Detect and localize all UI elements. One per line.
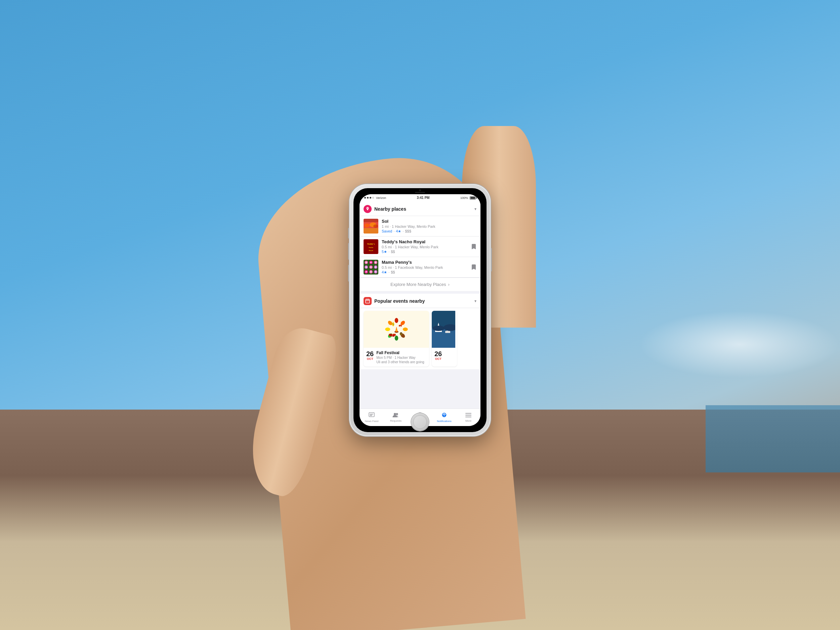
nearby-chevron[interactable]: ▾ — [474, 207, 477, 212]
explore-more-arrow: › — [448, 282, 450, 287]
mama-name: Mama Penny's — [382, 260, 468, 265]
battery-percentage: 100% — [460, 196, 468, 200]
screen: Verizon 3:41 PM 100% — [360, 194, 480, 426]
svg-rect-31 — [368, 299, 369, 300]
camera-dot — [419, 189, 421, 191]
battery-icon — [470, 196, 476, 200]
notch-area — [415, 188, 425, 193]
mama-info: Mama Penny's 0.5 mi · 1 Facebook Way, Me… — [382, 260, 468, 275]
mama-price: $$ — [391, 270, 395, 274]
home-button[interactable] — [411, 413, 429, 431]
second-event-month: OCT — [435, 357, 442, 360]
explore-more-label: Explore More Nearby Places — [390, 282, 446, 287]
events-section: Popular events nearby ▾ — [360, 294, 480, 369]
svg-rect-48 — [392, 335, 395, 336]
svg-rect-78 — [465, 415, 471, 415]
events-section-title: Popular events nearby — [374, 298, 472, 304]
svg-point-64 — [433, 325, 445, 331]
sol-thumbnail — [363, 219, 378, 234]
mama-thumbnail — [363, 260, 378, 275]
events-chevron[interactable]: ▾ — [474, 299, 477, 303]
battery-fill — [471, 197, 475, 199]
svg-point-24 — [370, 267, 372, 268]
second-event-card-partial[interactable]: 26 OCT — [432, 311, 457, 366]
nearby-section-header: Nearby places ▾ — [360, 202, 480, 216]
events-section-header: Popular events nearby ▾ — [360, 294, 480, 308]
volume-down-button[interactable] — [348, 265, 349, 281]
sol-saved: Saved — [382, 229, 392, 233]
place-item-mama[interactable]: Mama Penny's 0.5 mi · 1 Facebook Way, Me… — [360, 257, 480, 278]
mama-meta: 4★ · $$ — [382, 270, 468, 275]
svg-rect-77 — [465, 413, 471, 414]
fall-festival-card[interactable]: 26 OCT Fall Festival Mon 5 PM · 1 Hacker… — [363, 311, 429, 366]
more-label: More — [465, 419, 471, 422]
events-icon — [363, 297, 372, 305]
tab-news-feed[interactable]: News Feed — [360, 412, 384, 423]
volume-up-button[interactable] — [348, 243, 349, 260]
svg-point-3 — [364, 223, 369, 227]
svg-rect-68 — [370, 415, 373, 415]
tab-more[interactable]: More — [456, 413, 480, 422]
svg-rect-55 — [399, 325, 401, 327]
tab-requests[interactable]: Requests — [384, 413, 408, 422]
notifications-icon — [442, 412, 447, 419]
svg-point-45 — [385, 327, 390, 331]
signal-dot-2 — [367, 197, 369, 199]
sol-name: Sol — [382, 219, 477, 224]
more-icon — [465, 413, 471, 418]
second-event-date: 26 OCT — [434, 351, 442, 360]
news-feed-icon — [369, 412, 375, 419]
fall-festival-date: 26 OCT — [366, 351, 374, 360]
sol-info: Sol 1 mi · 1 Hacker Way, Menlo Park Save… — [382, 219, 477, 234]
svg-rect-79 — [465, 417, 471, 417]
carrier-label: Verizon — [376, 196, 386, 200]
svg-rect-29 — [366, 299, 369, 303]
svg-text:Nacho: Nacho — [369, 246, 373, 248]
svg-point-70 — [394, 413, 396, 415]
fall-festival-day: 26 — [366, 351, 374, 357]
fall-festival-friends: Uli and 3 other friends are going — [376, 360, 426, 364]
svg-rect-32 — [366, 300, 369, 301]
explore-more-button[interactable]: Explore More Nearby Places › — [360, 278, 480, 291]
svg-point-5 — [373, 224, 378, 228]
scroll-content[interactable]: Nearby places ▾ — [360, 202, 480, 409]
svg-rect-2 — [363, 228, 378, 234]
teddys-address: 0.5 mi · 1 Hacker Way, Menlo Park — [382, 245, 468, 249]
fall-festival-title: Fall Festival — [376, 351, 426, 355]
mama-image — [363, 260, 378, 275]
sol-rating: 4★ — [396, 229, 401, 234]
signal-dot-4 — [372, 197, 374, 199]
mama-address: 0.5 mi · 1 Facebook Way, Menlo Park — [382, 265, 468, 270]
svg-point-21 — [370, 262, 372, 263]
home-button-inner — [413, 415, 427, 429]
nearby-places-section: Nearby places ▾ — [360, 202, 480, 291]
pin-icon — [366, 207, 369, 211]
status-right: 100% — [460, 196, 476, 200]
svg-point-26 — [366, 271, 367, 273]
mama-rating: 4★ — [382, 270, 387, 275]
festival-svg — [381, 314, 412, 344]
mute-button[interactable] — [348, 228, 349, 238]
tab-notifications[interactable]: Notifications — [432, 412, 456, 423]
svg-point-27 — [370, 271, 372, 273]
teddys-rating: 5★ — [382, 249, 387, 254]
power-button[interactable] — [491, 248, 492, 272]
status-bar: Verizon 3:41 PM 100% — [360, 194, 480, 202]
svg-point-22 — [375, 262, 376, 263]
nearby-places-icon — [363, 205, 372, 213]
teddys-meta: 5★ · $$ — [382, 249, 468, 254]
notifications-label: Notifications — [437, 420, 452, 423]
mama-bookmark[interactable] — [471, 264, 477, 270]
place-item-sol[interactable]: Sol 1 mi · 1 Hacker Way, Menlo Park Save… — [360, 216, 480, 237]
fall-festival-info: 26 OCT Fall Festival Mon 5 PM · 1 Hacker… — [363, 348, 429, 366]
nearby-section-title: Nearby places — [374, 206, 472, 212]
svg-rect-51 — [389, 334, 392, 336]
sol-image — [363, 219, 378, 234]
events-scroll[interactable]: 26 OCT Fall Festival Mon 5 PM · 1 Hacker… — [360, 308, 480, 369]
background-clouds — [638, 311, 840, 378]
svg-rect-62 — [445, 331, 450, 333]
sol-meta: Saved · 4★ · $$$ — [382, 229, 477, 234]
calendar-icon — [365, 299, 370, 303]
teddys-bookmark[interactable] — [471, 243, 477, 250]
place-item-teddys[interactable]: Teddy's Nacho Royal Teddy's Nacho Royal … — [360, 237, 480, 257]
